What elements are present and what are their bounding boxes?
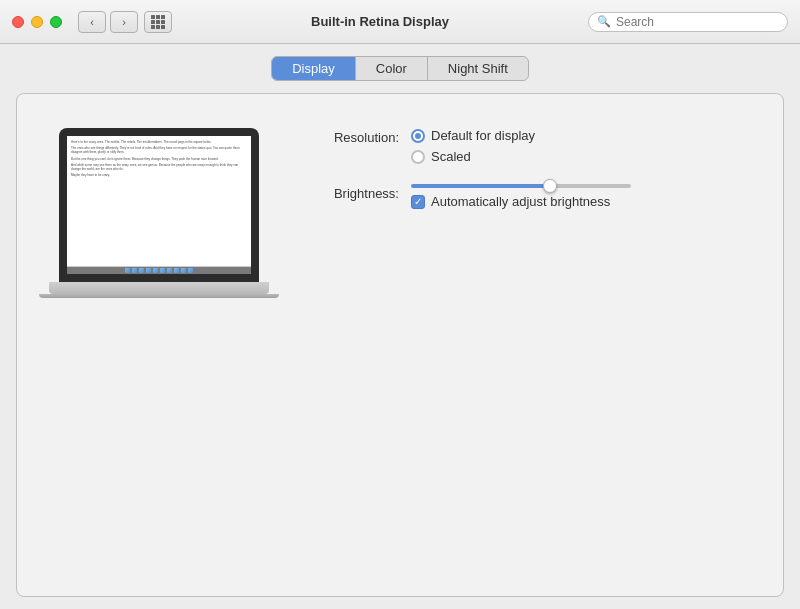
laptop: Here's to the crazy ones. The misfits. T… [59, 128, 259, 298]
tab-color[interactable]: Color [355, 57, 427, 80]
window-title: Built-in Retina Display [172, 14, 588, 29]
resolution-scaled-label: Scaled [431, 149, 471, 164]
brightness-slider-row [411, 184, 631, 188]
resolution-row: Resolution: Default for display Scaled [299, 128, 751, 164]
laptop-illustration: Here's to the crazy ones. The misfits. T… [49, 118, 269, 572]
tab-group: Display Color Night Shift [271, 56, 529, 81]
tab-nightshift[interactable]: Night Shift [427, 57, 528, 80]
auto-brightness-label: Automatically adjust brightness [431, 194, 610, 209]
grid-icon [151, 15, 165, 29]
laptop-base [49, 282, 269, 294]
search-icon: 🔍 [597, 15, 611, 28]
forward-button[interactable]: › [110, 11, 138, 33]
brightness-row: Brightness: ✓ Automatically adjust brigh… [299, 184, 751, 209]
laptop-foot [39, 294, 279, 298]
close-button[interactable] [12, 16, 24, 28]
main-content: Display Color Night Shift Here's to the … [0, 44, 800, 609]
resolution-default-label: Default for display [431, 128, 535, 143]
resolution-default-option[interactable]: Default for display [411, 128, 535, 143]
brightness-slider-thumb[interactable] [543, 179, 557, 193]
resolution-controls: Default for display Scaled [411, 128, 535, 164]
checkbox-check-icon: ✓ [414, 197, 422, 207]
brightness-controls: ✓ Automatically adjust brightness [411, 184, 631, 209]
tab-display[interactable]: Display [272, 57, 355, 80]
resolution-default-radio[interactable] [411, 129, 425, 143]
resolution-scaled-option[interactable]: Scaled [411, 149, 535, 164]
brightness-slider-track[interactable] [411, 184, 631, 188]
minimize-button[interactable] [31, 16, 43, 28]
maximize-button[interactable] [50, 16, 62, 28]
nav-arrows: ‹ › [78, 11, 138, 33]
content-panel: Here's to the crazy ones. The misfits. T… [16, 93, 784, 597]
tabs-bar: Display Color Night Shift [16, 56, 784, 81]
resolution-scaled-radio[interactable] [411, 150, 425, 164]
resolution-label: Resolution: [299, 128, 399, 145]
laptop-dock [67, 266, 251, 274]
auto-brightness-row[interactable]: ✓ Automatically adjust brightness [411, 194, 631, 209]
grid-button[interactable] [144, 11, 172, 33]
laptop-screen: Here's to the crazy ones. The misfits. T… [59, 128, 259, 282]
titlebar: ‹ › Built-in Retina Display 🔍 [0, 0, 800, 44]
search-input[interactable] [616, 15, 779, 29]
back-button[interactable]: ‹ [78, 11, 106, 33]
settings-area: Resolution: Default for display Scaled B… [299, 118, 751, 572]
auto-brightness-checkbox[interactable]: ✓ [411, 195, 425, 209]
traffic-lights [12, 16, 62, 28]
laptop-screen-content: Here's to the crazy ones. The misfits. T… [67, 136, 251, 266]
search-box[interactable]: 🔍 [588, 12, 788, 32]
brightness-label: Brightness: [299, 184, 399, 201]
